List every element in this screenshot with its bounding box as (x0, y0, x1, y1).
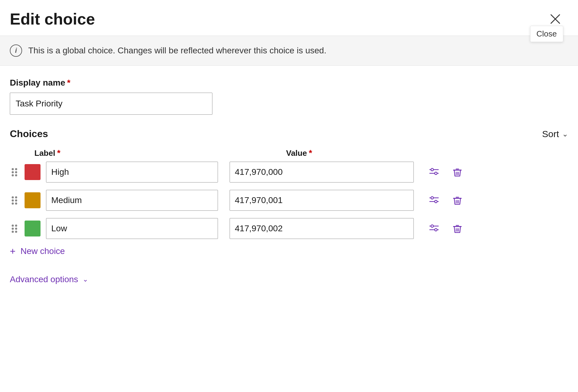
settings-icon-medium (429, 195, 440, 206)
display-name-label: Display name * (10, 78, 568, 88)
display-name-field: Display name * (10, 78, 568, 128)
info-banner-text: This is a global choice. Changes will be… (28, 46, 326, 56)
display-name-input[interactable] (10, 93, 212, 115)
label-column-header: Label * (34, 148, 206, 158)
trash-icon-low (452, 223, 463, 234)
choices-list (10, 162, 568, 239)
required-star-value: * (309, 148, 312, 158)
info-icon: i (10, 44, 22, 57)
row-actions-high (427, 165, 465, 179)
info-banner: i This is a global choice. Changes will … (0, 36, 578, 66)
svg-point-19 (431, 225, 433, 227)
form-body: Display name * Choices Sort ⌄ Label * (0, 78, 578, 284)
delete-button-high[interactable] (450, 165, 465, 179)
delete-button-medium[interactable] (450, 193, 465, 208)
settings-button-high[interactable] (427, 165, 441, 179)
row-actions-medium (427, 193, 465, 208)
settings-button-medium[interactable] (427, 193, 441, 208)
choice-label-input-high[interactable] (46, 162, 218, 183)
settings-button-low[interactable] (427, 221, 441, 236)
sort-chevron-icon: ⌄ (562, 130, 568, 138)
advanced-options-chevron-icon: ⌄ (83, 275, 88, 283)
choice-row-high (10, 162, 568, 183)
close-icon (550, 13, 561, 25)
color-swatch-medium[interactable] (25, 192, 41, 208)
svg-point-5 (435, 172, 437, 175)
color-swatch-low[interactable] (25, 221, 41, 236)
drag-handle-medium[interactable] (10, 195, 19, 206)
choice-row-low (10, 218, 568, 239)
choices-header: Choices Sort ⌄ (10, 128, 568, 140)
svg-point-21 (435, 229, 437, 231)
choice-label-input-low[interactable] (46, 218, 218, 239)
choice-row-medium (10, 190, 568, 211)
drag-handle-high[interactable] (10, 167, 19, 178)
svg-point-11 (431, 197, 433, 199)
delete-button-low[interactable] (450, 221, 465, 236)
plus-icon: + (10, 246, 16, 256)
settings-icon-high (429, 167, 440, 178)
value-column-header: Value * (286, 148, 312, 158)
svg-point-3 (431, 168, 433, 171)
close-icon-button[interactable] (547, 11, 563, 27)
svg-point-13 (435, 200, 437, 203)
choices-column-headers: Label * Value * (10, 148, 568, 158)
close-button-area: Close (547, 11, 563, 27)
choice-value-input-low[interactable] (230, 218, 414, 239)
choice-value-input-medium[interactable] (230, 190, 414, 211)
color-swatch-high[interactable] (25, 164, 41, 180)
close-tooltip: Close (530, 26, 563, 42)
new-choice-button[interactable]: + New choice (10, 246, 65, 256)
required-star-label: * (57, 148, 60, 158)
dialog-title: Edit choice (10, 10, 95, 28)
settings-icon-low (429, 223, 440, 234)
trash-icon-medium (452, 195, 463, 206)
dialog-header: Edit choice Close (0, 0, 578, 36)
row-actions-low (427, 221, 465, 236)
choices-title: Choices (10, 128, 48, 140)
trash-icon-high (452, 167, 463, 178)
choice-label-input-medium[interactable] (46, 190, 218, 211)
edit-choice-dialog: Edit choice Close i This is a global cho… (0, 0, 578, 392)
advanced-options-button[interactable]: Advanced options ⌄ (10, 275, 88, 284)
choice-value-input-high[interactable] (230, 162, 414, 183)
sort-button[interactable]: Sort ⌄ (542, 129, 568, 139)
drag-handle-low[interactable] (10, 223, 19, 234)
required-star-display-name: * (67, 78, 71, 88)
choices-section: Choices Sort ⌄ Label * Value * (10, 128, 568, 256)
